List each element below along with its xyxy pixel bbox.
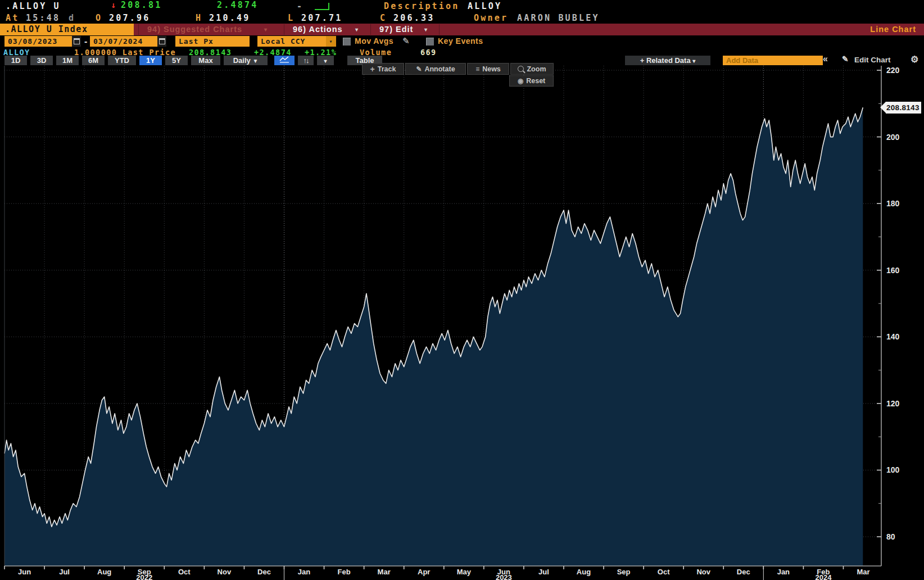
related-data-button[interactable]: + Related Data ▾ [625, 56, 710, 65]
calendar-icon[interactable] [72, 36, 81, 47]
period-button-1m[interactable]: 1M [56, 56, 79, 65]
tab-actions[interactable]: 96) Actions [293, 24, 343, 35]
svg-text:Oct: Oct [178, 568, 191, 576]
bloomberg-line-chart-screen: { "header": { "row1": { "ticker": ".ALLO… [0, 0, 924, 580]
period-button-6m[interactable]: 6M [82, 56, 105, 65]
chart-region: 80100120140160180200220JunJulAugSepOctNo… [0, 66, 924, 580]
svg-text:100: 100 [886, 465, 900, 474]
currency-selector[interactable]: Local CCY ▾ [257, 36, 336, 47]
key-events-checkbox[interactable] [426, 38, 434, 46]
add-data-input[interactable] [723, 56, 823, 65]
low-label: L [288, 13, 295, 23]
news-button[interactable]: ≡ News [467, 63, 509, 75]
suggested-caret-icon: ▾ [264, 24, 268, 35]
down-arrow-icon: ↓ [111, 0, 117, 10]
svg-text:Jul: Jul [538, 568, 549, 576]
period-button-3d[interactable]: 3D [30, 56, 53, 65]
track-crosshair-icon: + [370, 65, 375, 73]
related-data-caret-icon: ▾ [692, 58, 695, 64]
ticker: .ALLOY U [6, 1, 61, 11]
svg-text:Sep: Sep [617, 568, 631, 576]
owner-label: Owner [474, 13, 508, 23]
frequency-dropdown[interactable]: Daily ▼ [224, 56, 268, 65]
at-label: At [6, 13, 19, 23]
svg-text:Dec: Dec [257, 568, 271, 576]
edit-caret-icon: ▾ [424, 24, 428, 35]
line-chart-icon [279, 56, 290, 63]
last-price-axis-marker: 208.8143 [880, 102, 921, 114]
svg-text:120: 120 [886, 399, 900, 408]
price-marker-arrow-icon [880, 102, 886, 113]
low-value: 207.71 [301, 13, 342, 23]
session-flag: d [69, 13, 75, 23]
svg-text:Jan: Jan [298, 568, 310, 576]
svg-text:Jul: Jul [59, 568, 70, 576]
svg-text:Dec: Dec [737, 568, 750, 576]
price-chart-svg[interactable]: 80100120140160180200220JunJulAugSepOctNo… [0, 66, 924, 580]
open-value: 207.96 [109, 13, 150, 23]
news-lines-icon: ≡ [475, 66, 479, 72]
edit-chart-button[interactable]: Edit Chart [854, 56, 891, 64]
svg-text:Mar: Mar [378, 568, 391, 576]
last-price: 208.81 [121, 0, 162, 10]
open-label: O [96, 13, 102, 23]
svg-text:Nov: Nov [696, 568, 710, 576]
screen-title: Line Chart [870, 24, 916, 35]
owner-value: AARON BUBLEY [517, 13, 600, 23]
dash-separator: - [297, 1, 304, 11]
svg-text:Jun: Jun [18, 568, 31, 576]
axis-settings-button[interactable]: ↑↓ [298, 56, 314, 65]
mov-avgs-checkbox[interactable] [343, 38, 351, 46]
key-events-label[interactable]: Key Events [438, 36, 483, 47]
period-button-ytd[interactable]: YTD [108, 56, 136, 65]
function-tab-bar: .ALLOY U Index 94) Suggested Charts ▾ 96… [0, 24, 924, 35]
period-button-1y-active[interactable]: 1Y [139, 56, 162, 65]
up-down-arrows-icon: ↑↓ [304, 56, 309, 65]
svg-text:Aug: Aug [577, 568, 591, 576]
period-button-max[interactable]: Max [191, 56, 220, 65]
svg-text:2022: 2022 [136, 573, 152, 580]
gear-icon[interactable]: ⚙ [911, 54, 918, 65]
date-to-field[interactable]: 03/07/2024 [90, 36, 166, 47]
svg-text:80: 80 [886, 532, 895, 541]
actions-caret-icon: ▾ [355, 24, 359, 35]
svg-text:140: 140 [886, 332, 900, 341]
period-button-5y[interactable]: 5Y [165, 56, 188, 65]
close-label: C [380, 13, 387, 23]
tab-edit[interactable]: 97) Edit [379, 24, 413, 35]
svg-text:Jan: Jan [777, 568, 790, 576]
period-button-1d[interactable]: 1D [4, 56, 27, 65]
svg-text:160: 160 [886, 266, 900, 275]
date-from-field[interactable]: 03/08/2023 [4, 36, 81, 47]
price-field-selector[interactable]: Last Px [175, 36, 250, 47]
zoom-button[interactable]: Zoom [510, 63, 554, 75]
reset-dot-icon: ◉ [518, 78, 523, 84]
tab-active-index[interactable]: .ALLOY U Index [0, 24, 134, 35]
svg-text:Mar: Mar [857, 568, 869, 576]
chart-type-dropdown[interactable]: ▾ [317, 56, 334, 65]
track-button[interactable]: + Track [362, 63, 404, 75]
svg-text:180: 180 [886, 199, 900, 208]
frequency-caret-icon: ▼ [252, 58, 258, 64]
date-range-separator: - [84, 37, 87, 47]
chevron-down-icon: ▾ [324, 58, 327, 64]
edit-chart-pencil-icon[interactable]: ✎ [842, 55, 849, 64]
reset-button[interactable]: ◉ Reset [509, 75, 554, 87]
svg-text:Aug: Aug [97, 568, 111, 576]
svg-text:200: 200 [886, 133, 900, 142]
calendar-icon[interactable] [157, 36, 166, 47]
mov-avgs-pencil-icon[interactable]: ✎ [402, 36, 410, 46]
svg-text:Feb: Feb [338, 568, 351, 576]
annotate-button[interactable]: ✎ Annotate [405, 63, 466, 75]
currency-dropdown-icon[interactable]: ▾ [326, 36, 336, 47]
trend-corner-icon [315, 3, 329, 10]
description-label: Description [384, 1, 460, 11]
line-chart-type-button[interactable] [274, 56, 295, 65]
collapse-panel-button[interactable]: « [823, 54, 828, 64]
mov-avgs-label[interactable]: Mov Avgs [355, 36, 393, 47]
tab-suggested-charts[interactable]: 94) Suggested Charts [147, 24, 242, 35]
svg-text:Nov: Nov [218, 568, 232, 576]
svg-text:May: May [457, 568, 472, 576]
high-value: 210.49 [209, 13, 250, 23]
svg-text:Oct: Oct [658, 568, 670, 576]
